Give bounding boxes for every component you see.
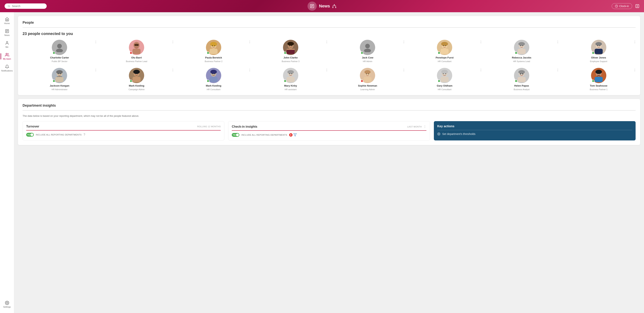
person-name: Olu Barri (131, 56, 142, 59)
turnover-toggle[interactable]: Yes (26, 133, 34, 137)
news-icon (310, 4, 314, 8)
person-menu-button[interactable]: ⋮ (478, 68, 483, 72)
svg-point-44 (596, 42, 602, 46)
sidebar-news-label: News (4, 34, 10, 36)
svg-rect-19 (139, 43, 140, 46)
dept-insights-title: Department insights (22, 104, 636, 111)
sidebar-item-news[interactable]: News (0, 27, 14, 38)
report-icon[interactable] (635, 4, 640, 8)
clock-icon (615, 4, 618, 8)
person-menu-button[interactable]: ⋮ (94, 68, 98, 72)
svg-point-17 (137, 45, 138, 46)
status-indicator (515, 80, 518, 82)
set-thresholds-gear-icon (437, 132, 440, 135)
turnover-toggle-row: Yes INCLUDE ALL REPORTING DEPARTMENTS ? (26, 133, 221, 137)
person-card: ⋮ Tom Seahouse Business Partner 1 (562, 68, 636, 91)
svg-point-40 (520, 45, 521, 46)
svg-point-4 (336, 7, 336, 8)
person-menu-button[interactable]: ⋮ (632, 40, 637, 44)
topbar: News Clock-in (0, 0, 644, 12)
clock-in-button[interactable]: Clock-in (612, 3, 632, 9)
person-avatar-wrap (206, 68, 221, 83)
person-menu-button[interactable]: ⋮ (324, 68, 329, 72)
svg-rect-42 (518, 49, 526, 54)
svg-rect-30 (287, 49, 295, 50)
status-indicator (52, 80, 55, 82)
sidebar-item-settings[interactable]: Settings (0, 299, 14, 310)
person-role: Business Partner 3 (282, 60, 300, 62)
svg-point-87 (597, 73, 598, 74)
person-name: Penelope Furst (436, 56, 454, 59)
person-role: HR Consultant (207, 88, 220, 91)
sidebar-item-my-team[interactable]: My team (0, 51, 14, 62)
filter-button[interactable]: 8 (289, 133, 297, 137)
svg-point-79 (518, 70, 525, 74)
person-menu-button[interactable]: ⋮ (632, 68, 637, 72)
person-name: Mary Kirby (284, 84, 297, 87)
turnover-period: ROLLING 12 MONTHS (197, 125, 221, 128)
svg-point-28 (292, 45, 292, 46)
person-role: Business Analyst (514, 88, 530, 91)
search-bar[interactable] (4, 3, 47, 9)
key-action-item[interactable]: Set department's thresholds (437, 132, 632, 135)
svg-point-50 (58, 73, 58, 74)
sidebar-me-label: Me (6, 46, 8, 48)
person-avatar-wrap (437, 40, 452, 55)
svg-rect-62 (210, 77, 218, 82)
svg-rect-14 (132, 49, 140, 54)
status-indicator (130, 52, 132, 54)
checkin-toggle[interactable]: Yes (232, 133, 240, 137)
svg-point-23 (214, 45, 215, 46)
person-menu-button[interactable]: ⋮ (170, 40, 175, 44)
person-card: ⋮ Mary Kirby HR assistant (254, 68, 328, 91)
avatar-photo-icon (593, 69, 604, 82)
person-name: Mark Keeling (206, 84, 221, 87)
person-menu-button[interactable]: ⋮ (402, 68, 406, 72)
person-role: Business Partner 2 (204, 60, 222, 62)
person-menu-button[interactable]: ⋮ (94, 40, 98, 44)
svg-point-21 (210, 42, 217, 46)
svg-point-64 (288, 70, 294, 74)
svg-point-81 (522, 74, 523, 74)
person-avatar-wrap (283, 40, 298, 55)
person-role: HR assistant (284, 88, 296, 91)
search-input[interactable] (12, 4, 44, 8)
svg-rect-72 (364, 77, 372, 82)
person-menu-button[interactable]: ⋮ (556, 68, 560, 72)
avatar-photo-icon (285, 41, 296, 54)
svg-marker-90 (294, 134, 296, 136)
key-actions-title: Key actions (437, 125, 632, 130)
person-menu-button[interactable]: ⋮ (248, 68, 252, 72)
home-icon (5, 17, 9, 21)
person-menu-button[interactable]: ⋮ (402, 40, 406, 44)
org-chart-icon[interactable] (332, 4, 336, 8)
people-card: People 23 people connected to you ⋮ Cha (18, 16, 640, 95)
svg-point-34 (441, 42, 448, 46)
svg-point-88 (600, 73, 600, 74)
person-menu-button[interactable]: ⋮ (478, 40, 483, 44)
person-menu-button[interactable]: ⋮ (170, 68, 175, 72)
sidebar-item-notifications[interactable]: Notifications (0, 63, 14, 74)
svg-point-80 (520, 74, 521, 74)
gear-icon (5, 301, 9, 305)
person-card: ⋮ Rebecca Jacobs HR Systems Lead (485, 40, 559, 62)
person-card: ⋮ Paula Berwick Business Partner 2 (177, 40, 251, 62)
turnover-help-icon[interactable]: ? (84, 133, 85, 136)
status-indicator (207, 52, 210, 54)
person-name: Oliver Jones (591, 56, 606, 59)
sidebar-item-me[interactable]: Me (0, 39, 14, 50)
insights-description: The data below is based on your reportin… (22, 114, 636, 117)
topbar-center: News (308, 1, 336, 11)
checkin-period: LAST MONTH (407, 126, 422, 128)
team-icon (5, 53, 9, 57)
person-menu-button[interactable]: ⋮ (556, 40, 560, 44)
clock-in-label: Clock-in (619, 4, 629, 8)
svg-point-0 (8, 5, 10, 7)
person-menu-button[interactable]: ⋮ (324, 40, 329, 44)
person-menu-button[interactable]: ⋮ (248, 40, 252, 44)
svg-point-46 (600, 45, 600, 46)
main-layout: Home News Me My team Notifications (0, 12, 644, 313)
sidebar-item-home[interactable]: Home (0, 15, 14, 26)
checkin-menu-icon[interactable]: ⋮ (423, 125, 426, 128)
person-name: Jack Cow (362, 56, 373, 59)
